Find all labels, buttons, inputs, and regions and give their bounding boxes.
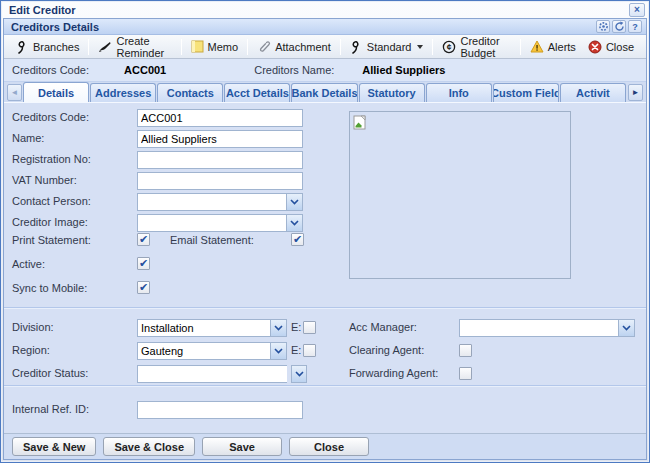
check-icon: ✔ — [139, 281, 148, 293]
close-button[interactable]: Close — [289, 437, 369, 456]
contact-person-label: Contact Person: — [12, 195, 91, 207]
name-input[interactable] — [137, 130, 303, 148]
tab-strip: ◄ Details Addresses Contacts Acct Detail… — [4, 82, 646, 103]
chevron-down-icon[interactable] — [286, 194, 302, 210]
paperclip-icon — [257, 40, 271, 53]
refresh-button[interactable] — [612, 20, 626, 33]
create-reminder-label: Create Reminder — [116, 35, 171, 59]
branches-label: Branches — [33, 41, 79, 53]
brush-icon — [98, 40, 112, 53]
check-icon: ✔ — [139, 233, 148, 245]
edit-creditor-dialog: Edit Creditor × Creditors Details — [0, 0, 650, 463]
attachment-label: Attachment — [275, 41, 331, 53]
tab-acct-details[interactable]: Acct Details — [224, 83, 290, 102]
tab-info[interactable]: Info — [426, 83, 492, 102]
tab-bank-details[interactable]: Bank Details — [291, 83, 357, 102]
svg-text:¢: ¢ — [447, 42, 452, 52]
email-statement-checkbox[interactable]: ✔ — [291, 233, 304, 246]
window-close-button[interactable]: × — [629, 3, 645, 17]
creditor-status-select[interactable] — [137, 365, 287, 383]
help-button[interactable]: ? — [628, 20, 642, 33]
standard-label: Standard — [367, 41, 412, 53]
close-circle-icon — [588, 40, 602, 54]
acc-manager-select[interactable] — [459, 319, 635, 337]
internal-ref-id-input[interactable] — [137, 401, 303, 419]
tab-statutory[interactable]: Statutory — [359, 83, 425, 102]
tab-details[interactable]: Details — [23, 82, 89, 102]
toolbar-close-button[interactable]: Close — [582, 38, 640, 56]
details-tab-content: Creditors Code: Name: Registration No: V… — [4, 103, 646, 433]
sync-to-mobile-label: Sync to Mobile: — [12, 282, 87, 294]
toolbar-separator — [247, 39, 248, 55]
memo-button[interactable]: Memo — [185, 38, 245, 55]
check-icon: ✔ — [293, 233, 302, 245]
creditors-details-panel: Creditors Details ? — [3, 18, 647, 460]
warning-icon — [530, 40, 544, 53]
tab-addresses[interactable]: Addresses — [90, 83, 156, 102]
creditors-name-header-label: Creditors Name: — [254, 64, 334, 76]
alerts-label: Alerts — [548, 41, 576, 53]
print-statement-label: Print Statement: — [12, 234, 91, 246]
active-checkbox[interactable]: ✔ — [137, 257, 150, 270]
help-icon: ? — [632, 22, 638, 32]
registration-no-input[interactable] — [137, 151, 303, 169]
toolbar-separator — [520, 39, 521, 55]
save-and-close-button[interactable]: Save & Close — [103, 437, 195, 456]
vat-number-input[interactable] — [137, 172, 303, 190]
panel-title: Creditors Details — [11, 21, 99, 33]
toolbar-separator — [181, 39, 182, 55]
division-select[interactable]: Installation — [137, 319, 287, 337]
general-section: Creditors Code: Name: Registration No: V… — [4, 103, 646, 308]
toolbar-separator — [432, 39, 433, 55]
chevron-down-icon[interactable] — [291, 365, 307, 383]
tab-scroll-right-button[interactable]: ► — [628, 84, 643, 101]
tab-contacts[interactable]: Contacts — [157, 83, 223, 102]
broken-image-icon — [353, 115, 367, 130]
branch-icon — [350, 40, 363, 54]
print-statement-checkbox[interactable]: ✔ — [137, 233, 150, 246]
window-title: Edit Creditor — [9, 4, 76, 16]
creditor-budget-button[interactable]: ¢ Creditor Budget — [436, 33, 516, 61]
forwarding-agent-checkbox[interactable] — [459, 367, 472, 380]
division-e-checkbox[interactable] — [303, 321, 316, 334]
chevron-down-icon[interactable] — [618, 320, 634, 336]
sync-to-mobile-checkbox[interactable]: ✔ — [137, 281, 150, 294]
chevron-down-icon[interactable] — [286, 215, 302, 231]
refresh-icon — [614, 21, 625, 32]
region-e-checkbox[interactable] — [303, 344, 316, 357]
alerts-button[interactable]: Alerts — [524, 38, 582, 55]
creditors-code-label: Creditors Code: — [12, 111, 89, 123]
arrow-left-icon: ◄ — [11, 88, 19, 97]
toolbar-close-label: Close — [606, 41, 634, 53]
tab-scroll-left-button[interactable]: ◄ — [7, 84, 22, 101]
registration-no-label: Registration No: — [12, 153, 91, 165]
save-button[interactable]: Save — [202, 437, 282, 456]
forwarding-agent-label: Forwarding Agent: — [349, 367, 438, 379]
creditor-image-label: Creditor Image: — [12, 216, 88, 228]
branches-button[interactable]: Branches — [10, 38, 85, 56]
branch-icon — [16, 40, 29, 54]
close-icon: × — [634, 4, 640, 15]
check-icon: ✔ — [139, 257, 148, 269]
division-e-label: E: — [291, 321, 301, 333]
chevron-down-icon[interactable] — [270, 320, 286, 336]
creditors-name-header-value: Allied Suppliers — [362, 64, 445, 76]
contact-person-select[interactable] — [137, 193, 303, 211]
attachment-button[interactable]: Attachment — [251, 38, 337, 55]
creditor-image-select[interactable] — [137, 214, 303, 232]
standard-button[interactable]: Standard — [344, 38, 430, 56]
creditor-budget-label: Creditor Budget — [460, 35, 510, 59]
creditors-code-input[interactable] — [137, 109, 303, 127]
active-label: Active: — [12, 258, 45, 270]
creditor-info-bar: Creditors Code: ACC001 Creditors Name: A… — [4, 59, 646, 82]
clearing-agent-checkbox[interactable] — [459, 344, 472, 357]
create-reminder-button[interactable]: Create Reminder — [92, 33, 177, 61]
region-select[interactable]: Gauteng — [137, 342, 287, 360]
arrow-right-icon: ► — [632, 88, 640, 97]
tab-activities[interactable]: Activit — [560, 83, 626, 102]
tab-custom-field[interactable]: Custom Field — [493, 83, 559, 102]
save-and-new-button[interactable]: Save & New — [12, 437, 96, 456]
chevron-down-icon[interactable] — [270, 343, 286, 359]
memo-label: Memo — [208, 41, 239, 53]
settings-button[interactable] — [596, 20, 610, 33]
